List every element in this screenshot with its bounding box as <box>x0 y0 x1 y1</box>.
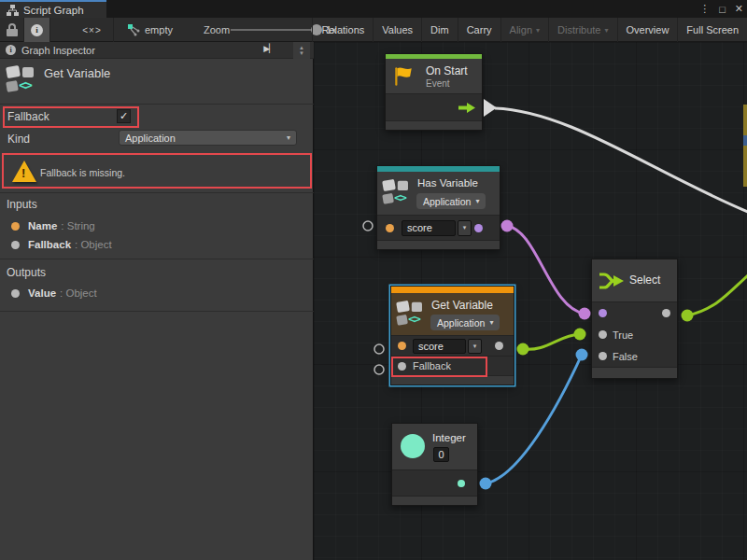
unit-title: Get Variable <box>44 66 110 80</box>
integer-icon <box>401 434 425 458</box>
unconnected-port-ring[interactable] <box>374 365 384 374</box>
outputs-title: Outputs <box>7 266 46 279</box>
close-icon[interactable]: ✕ <box>735 3 743 15</box>
wire-endpoint[interactable] <box>480 478 492 490</box>
condition-input-port[interactable] <box>599 309 607 317</box>
info-icon: i <box>31 24 43 36</box>
selection-output-port[interactable] <box>662 309 670 317</box>
chevron-down-icon: ▾ <box>473 343 477 350</box>
kind-dropdown[interactable]: Application ▾ <box>119 130 297 146</box>
fallback-highlight-box <box>3 106 139 128</box>
node-title: Get Variable <box>431 299 493 312</box>
offscreen-node-sliver <box>743 135 747 146</box>
lock-button[interactable] <box>0 18 24 42</box>
maximize-icon[interactable]: □ <box>719 4 726 15</box>
lock-icon <box>7 23 18 36</box>
flag-icon <box>392 65 415 88</box>
tab-label: Script Graph <box>23 5 84 16</box>
wire-endpoint[interactable] <box>579 308 591 320</box>
string-port-icon <box>11 222 20 231</box>
false-input-port[interactable] <box>599 352 607 360</box>
true-input-port[interactable] <box>599 330 607 339</box>
inspector-header: i Graph Inspector ▶▏ ▲ ▼ <box>0 42 314 59</box>
variable-name-dropdown[interactable]: ▾ <box>468 339 482 354</box>
graph-canvas[interactable]: On Start Event <> Has Variable Applicat <box>314 42 747 560</box>
variable-name-dropdown[interactable]: ▾ <box>458 220 472 236</box>
node-on-start[interactable]: On Start Event <box>385 53 483 131</box>
variable-icon: <> <box>397 300 427 329</box>
code-view-button[interactable]: <×> <box>71 18 114 42</box>
scroll-down-icon[interactable]: ▼ <box>299 50 304 56</box>
input-row-fallback: Fallback : Object <box>0 236 314 253</box>
unconnected-port-ring[interactable] <box>374 344 384 354</box>
name-input-port[interactable] <box>386 224 394 232</box>
chevron-down-icon: ▾ <box>536 26 540 35</box>
empty-graph-icon <box>127 23 140 36</box>
info-icon: i <box>6 45 16 55</box>
bool-output-port[interactable] <box>474 224 483 232</box>
integer-value-field[interactable]: 0 <box>433 447 449 462</box>
object-port-icon <box>11 289 20 298</box>
wire-select-output <box>687 275 747 315</box>
carry-button[interactable]: Carry <box>458 18 500 42</box>
chevron-down-icon: ▾ <box>287 133 290 142</box>
chevron-down-icon: ▾ <box>489 318 493 327</box>
wire-onstart-flow <box>495 108 747 212</box>
node-title: Has Variable <box>417 177 478 189</box>
distribute-button: Distribute▾ <box>548 18 616 42</box>
wire-endpoint[interactable] <box>501 220 514 232</box>
variable-icon: <> <box>7 64 38 96</box>
node-integer[interactable]: Integer 0 <box>391 423 478 506</box>
node-title: On Start <box>426 64 468 77</box>
event-flow-port[interactable] <box>458 102 475 114</box>
node-has-variable[interactable]: <> Has Variable Application ▾ score ▾ <box>376 165 500 250</box>
node-subtitle: Event <box>426 78 450 89</box>
align-button: Align▾ <box>500 18 548 42</box>
window-menu-icon[interactable]: ⋮ <box>699 3 710 15</box>
empty-label: empty <box>145 24 173 35</box>
chevron-down-icon: ▾ <box>463 224 467 231</box>
object-port-icon <box>11 241 20 249</box>
node-select[interactable]: Select True False <box>591 259 678 379</box>
values-button[interactable]: Values <box>373 18 421 42</box>
chevron-down-icon: ▾ <box>475 197 479 205</box>
variable-icon: <> <box>383 178 413 208</box>
zoom-label: Zoom <box>204 24 230 35</box>
graph-icon <box>7 5 19 16</box>
value-output-port[interactable] <box>495 342 503 350</box>
relations-button[interactable]: Relations <box>312 18 373 42</box>
true-port-label: True <box>613 329 633 341</box>
graph-breadcrumb: empty <box>127 18 173 42</box>
offscreen-node-sliver <box>743 105 747 187</box>
wire-endpoint[interactable] <box>517 343 529 356</box>
flow-connector-triangle[interactable] <box>484 99 497 117</box>
inspector-toggle-button[interactable]: i <box>24 18 50 42</box>
dim-button[interactable]: Dim <box>421 18 458 42</box>
overview-button[interactable]: Overview <box>617 18 678 42</box>
graph-inspector-panel: i Graph Inspector ▶▏ ▲ ▼ <> Get Variable… <box>0 42 314 560</box>
wire-endpoint[interactable] <box>682 310 694 322</box>
chevron-down-icon: ▾ <box>605 26 609 35</box>
titlebar: Script Graph ⋮ □ ✕ <box>0 0 747 18</box>
node-title: Select <box>629 273 660 287</box>
scope-dropdown[interactable]: Application ▾ <box>416 193 486 209</box>
inputs-title: Inputs <box>7 198 37 211</box>
warning-text: Fallback is missing. <box>40 167 125 178</box>
variable-name-field[interactable]: score <box>402 220 456 236</box>
wire-endpoint[interactable] <box>574 329 586 341</box>
wire-endpoint[interactable] <box>576 349 588 361</box>
wire-hasvariable-select <box>507 226 585 314</box>
scope-dropdown[interactable]: Application ▾ <box>430 315 500 330</box>
variable-name-field[interactable]: score <box>413 339 466 354</box>
node-title: Integer <box>432 432 466 443</box>
dock-icon[interactable]: ▶▏ <box>263 44 275 53</box>
warning-highlight-box: ! Fallback is missing. <box>2 153 312 189</box>
name-input-port[interactable] <box>398 342 406 350</box>
tab-script-graph[interactable]: Script Graph <box>0 0 106 18</box>
full-screen-button[interactable]: Full Screen <box>677 18 747 42</box>
zoom-slider[interactable] <box>231 29 321 31</box>
integer-output-port[interactable] <box>458 480 465 487</box>
unconnected-port-ring[interactable] <box>363 221 373 231</box>
kind-label: Kind <box>7 133 30 146</box>
select-icon <box>599 272 625 290</box>
